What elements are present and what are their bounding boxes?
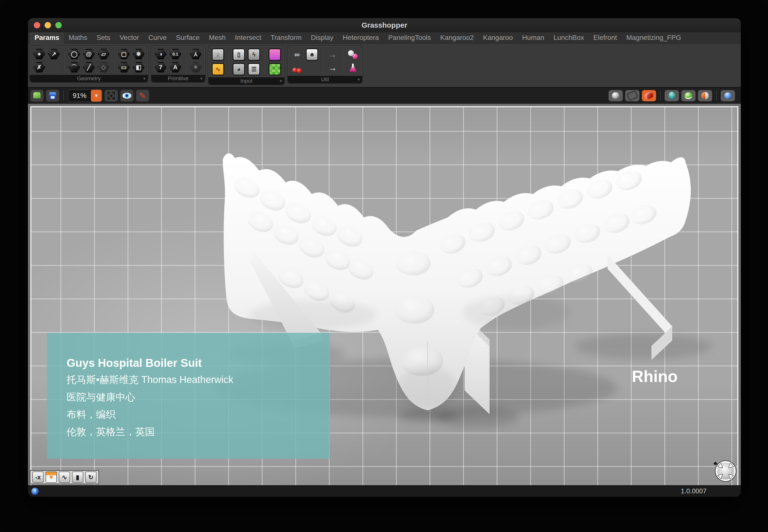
screen-background: Grasshopper ParamsMathsSetsVectorCurveSu… bbox=[0, 0, 768, 532]
expression-widget-button[interactable]: -x bbox=[32, 472, 44, 483]
cylinder-param-icon[interactable]: ▭ bbox=[118, 62, 130, 73]
graph-mapper-icon[interactable]: ϟ bbox=[248, 48, 260, 61]
null-param-icon[interactable]: ✗ bbox=[33, 62, 45, 73]
gradient-icon[interactable] bbox=[269, 48, 281, 61]
number-slider-icon[interactable]: ↓ bbox=[212, 48, 224, 61]
menu-tab-kangaroo2[interactable]: Kangaroo2 bbox=[436, 32, 478, 44]
menu-tab-display[interactable]: Display bbox=[306, 32, 338, 44]
panel-icon[interactable]: ▯ bbox=[233, 48, 245, 61]
polyline-widget-button[interactable]: ∿ bbox=[59, 472, 70, 483]
sketch-pen-button[interactable]: ✎ bbox=[136, 90, 149, 102]
remote-control-icon[interactable]: ∞ bbox=[291, 49, 303, 60]
jam-icon[interactable] bbox=[347, 49, 359, 60]
knob-icon[interactable]: ◕ bbox=[233, 63, 245, 75]
preview-wireframe-button[interactable] bbox=[625, 90, 640, 101]
line-param-icon[interactable]: ╱ bbox=[83, 62, 95, 73]
save-document-button[interactable] bbox=[46, 90, 59, 102]
menu-tab-human[interactable]: Human bbox=[517, 32, 549, 44]
brep-param-icon[interactable]: ◧ bbox=[133, 62, 144, 73]
cherry-picker-icon[interactable] bbox=[291, 62, 303, 73]
titlebar: Grasshopper bbox=[28, 18, 741, 32]
text-param-icon[interactable]: A bbox=[169, 62, 181, 73]
separator bbox=[322, 49, 323, 73]
rhino-watermark: Rhino bbox=[632, 367, 678, 386]
menu-tab-kangaroo[interactable]: Kangaroo bbox=[478, 32, 517, 44]
navigation-ball[interactable] bbox=[712, 458, 738, 485]
display-teal-button[interactable] bbox=[665, 90, 679, 101]
menu-tab-maths[interactable]: Maths bbox=[64, 32, 92, 44]
group-dropdown-icon[interactable]: ▾ bbox=[143, 76, 145, 81]
blue-icon bbox=[724, 92, 731, 99]
project-material: 布料，编织 bbox=[67, 408, 330, 421]
menu-tab-heteroptera[interactable]: Heteroptera bbox=[338, 32, 384, 44]
mesh-param-icon[interactable]: ❄ bbox=[133, 49, 144, 59]
group-label: Primitive bbox=[168, 75, 188, 82]
menu-tab-bar: ParamsMathsSetsVectorCurveSurfaceMeshInt… bbox=[28, 32, 741, 44]
menu-tab-transform[interactable]: Transform bbox=[266, 32, 306, 44]
value-list-icon[interactable]: ☰ bbox=[248, 63, 260, 75]
menu-tab-panelingtools[interactable]: PanelingTools bbox=[384, 32, 435, 44]
menu-tab-elefront[interactable]: Elefront bbox=[589, 32, 622, 44]
alert-icon[interactable]: ! bbox=[31, 488, 39, 495]
zoom-extents-button[interactable] bbox=[104, 90, 118, 102]
menu-tab-curve[interactable]: Curve bbox=[144, 32, 171, 44]
project-location: 伦敦，英格兰，英国 bbox=[67, 425, 330, 439]
menu-tab-vector[interactable]: Vector bbox=[115, 32, 143, 44]
vector-param-icon[interactable]: ↗ bbox=[48, 49, 60, 59]
group-dropdown-icon[interactable]: ▾ bbox=[358, 77, 360, 82]
profiler-widget-button[interactable]: ↻ bbox=[85, 472, 96, 483]
open-document-button[interactable] bbox=[30, 90, 44, 102]
box-param-icon[interactable]: ▢ bbox=[118, 49, 130, 59]
sketch-icon[interactable]: ∿ bbox=[212, 63, 224, 75]
display-blue-button[interactable] bbox=[721, 90, 735, 101]
project-type: 医院与健康中心 bbox=[67, 390, 330, 404]
menu-tab-sets[interactable]: Sets bbox=[92, 32, 115, 44]
canvas-viewport[interactable]: Guys Hospital Boiler Suit 托马斯•赫斯维克 Thoma… bbox=[28, 104, 741, 485]
meshface-param-icon[interactable]: ✶ bbox=[190, 62, 202, 73]
boolean-param-icon[interactable]: ◑ bbox=[155, 49, 166, 59]
menu-tab-lunchbox[interactable]: LunchBox bbox=[549, 32, 589, 44]
paint-widget-button[interactable]: ▼ bbox=[46, 472, 57, 483]
menu-tab-mesh[interactable]: Mesh bbox=[204, 32, 230, 44]
twisted-box-param-icon[interactable]: ◇ bbox=[98, 62, 109, 73]
integer-param-icon[interactable]: 7 bbox=[155, 62, 166, 73]
zoom-dropdown-button[interactable]: ▾ bbox=[91, 90, 102, 102]
canvas-toolbar: 91%▾✎ bbox=[28, 87, 741, 104]
toolbar-group-geometry: ⌖✗↗◯⌒@╱▱◇▢▭❄◧Geometry▾ bbox=[29, 46, 148, 83]
menu-tab-intersect[interactable]: Intersect bbox=[231, 32, 266, 44]
menu-tab-magnetizing_fpg[interactable]: Magnetizing_FPG bbox=[622, 32, 686, 44]
separator bbox=[264, 50, 265, 74]
relay-icon[interactable]: → bbox=[327, 49, 338, 60]
menu-tab-surface[interactable]: Surface bbox=[171, 32, 205, 44]
status-bar: ! 1.0.0007 bbox=[28, 485, 741, 497]
project-title: Guys Hospital Boiler Suit bbox=[67, 356, 330, 370]
rhino-render: Guys Hospital Boiler Suit 托马斯•赫斯维克 Thoma… bbox=[30, 106, 738, 485]
flask-icon[interactable] bbox=[347, 62, 359, 73]
group-label: Util bbox=[321, 76, 329, 83]
data-output-icon[interactable]: → bbox=[327, 62, 338, 73]
panel-widget-button[interactable]: ▮ bbox=[72, 472, 83, 483]
preview-shaded-button[interactable] bbox=[642, 90, 656, 101]
green-icon bbox=[685, 92, 692, 99]
curve-param-icon[interactable]: ⌒ bbox=[68, 62, 80, 73]
galapagos-icon[interactable]: ♣ bbox=[306, 48, 318, 61]
preview-off-button[interactable] bbox=[609, 90, 623, 101]
wire-icon bbox=[626, 90, 639, 101]
zoom-field[interactable]: 91%▾ bbox=[68, 89, 102, 102]
window-title: Grasshopper bbox=[28, 21, 741, 29]
component-toolbar: ⌖✗↗◯⌒@╱▱◇▢▭❄◧Geometry▾◑70.1AY✶Primitive▾… bbox=[28, 44, 741, 87]
circle-param-icon[interactable]: ◯ bbox=[68, 49, 80, 59]
group-dropdown-icon[interactable]: ▾ bbox=[280, 78, 282, 84]
point-param-icon[interactable]: ⌖ bbox=[33, 49, 45, 59]
display-orange-button[interactable] bbox=[698, 90, 712, 101]
colour-swatch-icon[interactable] bbox=[269, 63, 281, 75]
plane-param-icon[interactable]: ▱ bbox=[98, 49, 109, 59]
path-param-icon[interactable]: Y bbox=[190, 49, 202, 59]
grasshopper-window: Grasshopper ParamsMathsSetsVectorCurveSu… bbox=[28, 18, 741, 497]
number-param-icon[interactable]: 0.1 bbox=[169, 49, 181, 59]
group-dropdown-icon[interactable]: ▾ bbox=[200, 76, 203, 81]
display-green-button[interactable] bbox=[681, 90, 696, 101]
menu-tab-params[interactable]: Params bbox=[30, 32, 64, 44]
spiral-param-icon[interactable]: @ bbox=[83, 49, 95, 59]
preview-visibility-button[interactable] bbox=[120, 90, 133, 102]
